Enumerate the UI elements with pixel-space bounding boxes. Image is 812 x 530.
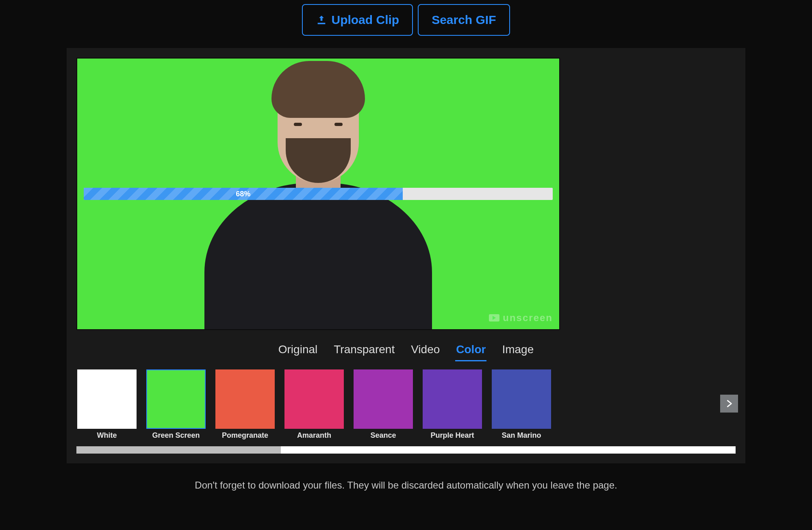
background-tabs: OriginalTransparentVideoColorImage: [76, 341, 736, 361]
swatch-color: [215, 369, 275, 429]
progress-label: 68%: [236, 190, 250, 198]
tab-image[interactable]: Image: [501, 341, 534, 361]
upload-clip-button[interactable]: Upload Clip: [302, 4, 413, 36]
watermark: unscreen: [489, 312, 553, 324]
swatch-label: Purple Heart: [430, 431, 474, 440]
svg-rect-0: [318, 23, 326, 24]
swatch-color: [492, 369, 551, 429]
play-icon: [489, 314, 499, 321]
watermark-text: unscreen: [503, 312, 553, 324]
swatch-green-screen[interactable]: Green Screen: [145, 369, 206, 440]
color-swatch-row: WhiteGreen ScreenPomegranateAmaranthSean…: [76, 369, 736, 454]
swatch-color: [354, 369, 413, 429]
tab-video[interactable]: Video: [410, 341, 441, 361]
editor-panel: 68% unscreen OriginalTransparentVideoCol…: [67, 48, 745, 463]
swatch-label: White: [97, 431, 117, 440]
search-gif-label: Search GIF: [432, 13, 496, 27]
swatch-amaranth[interactable]: Amaranth: [284, 369, 345, 440]
tab-transparent[interactable]: Transparent: [333, 341, 395, 361]
tab-original[interactable]: Original: [278, 341, 318, 361]
footer-note: Don't forget to download your files. The…: [195, 480, 617, 491]
swatch-label: Amaranth: [297, 431, 331, 440]
upload-clip-label: Upload Clip: [331, 13, 399, 27]
swatch-scrollbar-thumb[interactable]: [76, 446, 281, 454]
swatch-san-marino[interactable]: San Marino: [491, 369, 552, 440]
swatch-purple-heart[interactable]: Purple Heart: [422, 369, 483, 440]
top-button-bar: Upload Clip Search GIF: [302, 4, 510, 36]
swatch-label: San Marino: [502, 431, 541, 440]
swatch-label: Seance: [370, 431, 396, 440]
swatch-next-button[interactable]: [720, 395, 738, 413]
swatch-color: [77, 369, 137, 429]
swatch-scrollbar[interactable]: [76, 446, 736, 454]
swatch-pomegranate[interactable]: Pomegranate: [215, 369, 276, 440]
upload-icon: [316, 14, 327, 26]
swatch-color: [146, 369, 206, 429]
progress-bar: 68%: [84, 188, 553, 200]
video-preview: 68% unscreen: [76, 58, 560, 330]
swatch-color: [284, 369, 344, 429]
progress-fill: 68%: [84, 188, 403, 200]
swatch-white[interactable]: White: [76, 369, 137, 440]
swatch-color: [423, 369, 482, 429]
swatch-label: Green Screen: [152, 431, 200, 440]
swatch-label: Pomegranate: [222, 431, 268, 440]
tab-color[interactable]: Color: [455, 341, 486, 361]
search-gif-button[interactable]: Search GIF: [418, 4, 510, 36]
swatch-seance[interactable]: Seance: [353, 369, 414, 440]
